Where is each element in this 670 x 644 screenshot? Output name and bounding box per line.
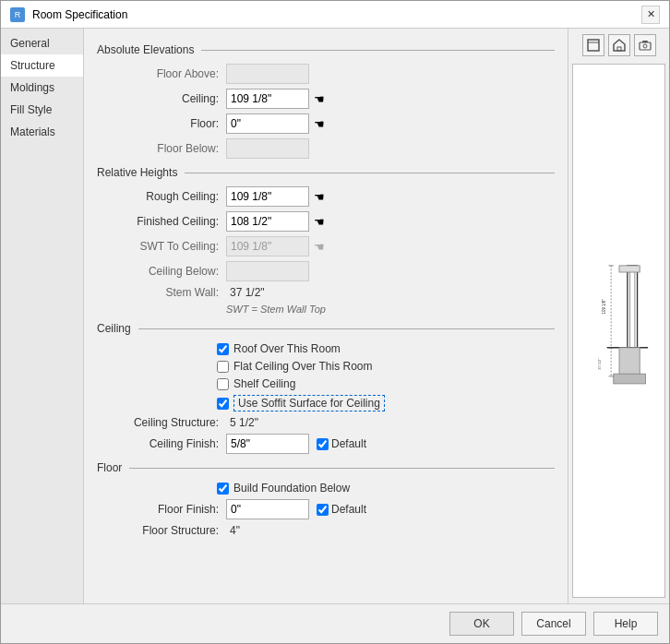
floor-finish-label: Floor Finish: (115, 503, 226, 516)
relative-heights-title: Relative Heights (97, 166, 555, 179)
rough-ceiling-label: Rough Ceiling: (115, 190, 226, 203)
shelf-ceiling-row: Shelf Ceiling (97, 377, 555, 390)
dialog-title: Room Specification (32, 8, 127, 21)
relative-heights-section: Relative Heights Rough Ceiling: ☚ Finish… (97, 166, 555, 315)
ceiling-section-title: Ceiling (97, 322, 555, 335)
floor-label: Floor: (115, 117, 226, 130)
bottom-bar: OK Cancel Help (1, 603, 669, 643)
roof-over-label[interactable]: Roof Over This Room (233, 342, 341, 355)
finished-ceiling-input[interactable] (226, 211, 309, 232)
svg-rect-4 (640, 42, 651, 50)
svg-text:37 1/2": 37 1/2" (596, 357, 601, 369)
build-foundation-row: Build Foundation Below (97, 482, 555, 495)
finished-ceiling-hand-icon[interactable]: ☚ (311, 213, 328, 230)
cancel-button[interactable]: Cancel (521, 612, 586, 636)
rough-ceiling-row: Rough Ceiling: ☚ (97, 186, 555, 207)
sidebar-item-fill-style[interactable]: Fill Style (1, 99, 83, 121)
svg-rect-0 (588, 40, 599, 51)
camera-icon (639, 39, 652, 52)
sidebar-item-general[interactable]: General (1, 32, 83, 54)
sidebar-item-materials[interactable]: Materials (1, 121, 83, 143)
use-soffit-row: Use Soffit Surface for Ceiling (97, 395, 555, 411)
stem-wall-label: Stem Wall: (115, 286, 226, 299)
ceiling-hand-icon[interactable]: ☚ (311, 90, 328, 107)
floor-below-label: Floor Below: (115, 142, 226, 155)
swt-ceiling-hand-icon: ☚ (311, 238, 328, 255)
close-button[interactable]: ✕ (641, 6, 660, 24)
title-bar: R Room Specification ✕ (1, 1, 669, 29)
svg-text:109 1/8": 109 1/8" (601, 298, 605, 314)
floor-above-label: Floor Above: (115, 67, 226, 80)
swt-ceiling-input (226, 236, 309, 256)
room-specification-dialog: R Room Specification ✕ General Structure… (0, 0, 670, 644)
floor-structure-row: Floor Structure: 4" (97, 524, 555, 537)
floor-row: Floor: ☚ (97, 113, 555, 134)
ceiling-default-label[interactable]: Default (331, 437, 366, 450)
floor-section: Floor Build Foundation Below Floor Finis… (97, 461, 555, 537)
svg-point-5 (643, 44, 647, 48)
expand-button[interactable] (582, 34, 604, 56)
floor-input[interactable] (226, 113, 309, 134)
floor-finish-row: Floor Finish: Default (97, 499, 555, 519)
svg-marker-2 (614, 40, 625, 51)
shelf-ceiling-label[interactable]: Shelf Ceiling (233, 377, 295, 390)
floor-below-input (226, 138, 309, 159)
rough-ceiling-input[interactable] (226, 186, 309, 207)
dialog-icon: R (10, 7, 25, 22)
finished-ceiling-label: Finished Ceiling: (115, 215, 226, 228)
use-soffit-checkbox[interactable] (217, 398, 229, 410)
absolute-elevations-title: Absolute Elevations (97, 43, 555, 56)
ceiling-below-row: Ceiling Below: (97, 261, 555, 281)
ceiling-finish-row: Ceiling Finish: Default (97, 434, 555, 454)
swt-ceiling-label: SWT To Ceiling: (115, 240, 226, 253)
ceiling-below-input (226, 261, 309, 281)
camera-button[interactable] (634, 34, 656, 56)
floor-default-label[interactable]: Default (331, 503, 366, 516)
title-bar-left: R Room Specification (10, 7, 127, 22)
svg-rect-6 (642, 41, 648, 42)
svg-rect-10 (619, 265, 640, 271)
ok-button[interactable]: OK (449, 612, 514, 636)
absolute-elevations-section: Absolute Elevations Floor Above: Ceiling… (97, 43, 555, 159)
ceiling-finish-input[interactable] (226, 434, 309, 454)
stem-wall-row: Stem Wall: 37 1/2" (97, 286, 555, 299)
ceiling-section: Ceiling Roof Over This Room Flat Ceiling… (97, 322, 555, 454)
swt-ceiling-row: SWT To Ceiling: ☚ (97, 236, 555, 256)
flat-ceiling-row: Flat Ceiling Over This Room (97, 360, 555, 373)
floor-finish-input[interactable] (226, 499, 309, 519)
expand-icon (587, 39, 600, 52)
floor-hand-icon[interactable]: ☚ (311, 115, 328, 132)
house-icon (613, 39, 626, 52)
rough-ceiling-hand-icon[interactable]: ☚ (311, 188, 328, 205)
floor-default-checkbox[interactable] (317, 504, 329, 516)
sidebar: General Structure Moldings Fill Style Ma… (1, 29, 84, 603)
flat-ceiling-label[interactable]: Flat Ceiling Over This Room (233, 360, 373, 373)
help-button[interactable]: Help (593, 612, 658, 636)
ceiling-structure-row: Ceiling Structure: 5 1/2" (97, 416, 555, 429)
build-foundation-checkbox[interactable] (217, 483, 229, 495)
shelf-ceiling-checkbox[interactable] (217, 378, 229, 390)
ceiling-input[interactable] (226, 89, 309, 109)
ceiling-structure-value: 5 1/2" (226, 416, 258, 429)
floor-below-row: Floor Below: (97, 138, 555, 159)
structure-preview: 109 1/8" 37 1/2" (578, 257, 661, 405)
build-foundation-label[interactable]: Build Foundation Below (233, 482, 350, 495)
svg-rect-12 (619, 347, 640, 376)
ceiling-default-checkbox[interactable] (317, 438, 329, 450)
flat-ceiling-checkbox[interactable] (217, 361, 229, 373)
floor-structure-value: 4" (226, 524, 240, 537)
floor-section-title: Floor (97, 461, 555, 474)
svg-rect-7 (627, 265, 637, 347)
stem-wall-value: 37 1/2" (226, 286, 265, 299)
sidebar-item-moldings[interactable]: Moldings (1, 77, 83, 99)
floor-above-row: Floor Above: (97, 64, 555, 84)
ceiling-label: Ceiling: (115, 92, 226, 105)
svg-rect-13 (613, 374, 645, 384)
sidebar-item-structure[interactable]: Structure (1, 54, 83, 77)
finished-ceiling-row: Finished Ceiling: ☚ (97, 211, 555, 232)
use-soffit-label[interactable]: Use Soffit Surface for Ceiling (233, 395, 385, 411)
content-area: General Structure Moldings Fill Style Ma… (1, 29, 669, 603)
house-button[interactable] (608, 34, 630, 56)
roof-over-checkbox[interactable] (217, 343, 229, 355)
roof-over-row: Roof Over This Room (97, 342, 555, 355)
